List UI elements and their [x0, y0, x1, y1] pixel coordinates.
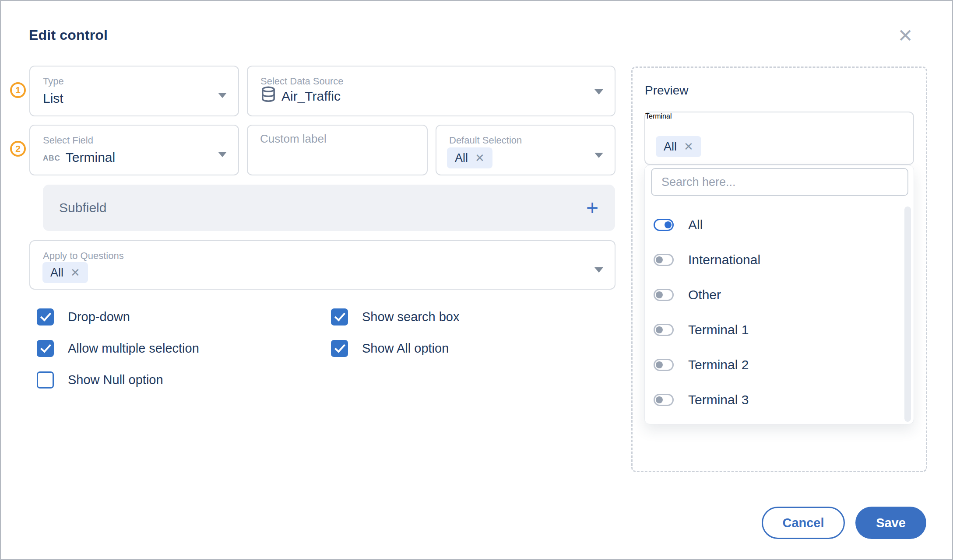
- chip-text: All: [50, 266, 63, 280]
- chip-remove-icon[interactable]: ✕: [475, 152, 485, 164]
- custom-label-field: [247, 125, 428, 175]
- preview-field-label: Terminal: [645, 112, 913, 120]
- search-input[interactable]: [651, 168, 908, 196]
- toggle-off-icon[interactable]: [654, 289, 674, 301]
- preview-terminal-dropdown[interactable]: Terminal All ✕: [644, 112, 914, 165]
- default-selection-chip: All ✕: [447, 147, 492, 168]
- checkbox-label: Drop-down: [68, 310, 130, 324]
- type-value: List: [43, 91, 63, 106]
- edit-control-dialog: Edit control ✕ 1 2 3 Type List Select Da…: [0, 0, 953, 560]
- checkbox-checked-icon: [331, 308, 348, 326]
- abc-text-type-icon: ABC: [43, 154, 60, 163]
- close-icon[interactable]: ✕: [894, 24, 917, 47]
- chip-text: All: [664, 140, 677, 154]
- checkbox-dropdown[interactable]: Drop-down: [37, 308, 130, 326]
- checkbox-checked-icon: [37, 340, 54, 357]
- chevron-down-icon: [594, 89, 603, 94]
- subfield-section: Subfield +: [43, 185, 615, 231]
- checkbox-checked-icon: [331, 340, 348, 357]
- option-terminal-1[interactable]: Terminal 1: [645, 312, 914, 347]
- chevron-down-icon: [594, 153, 603, 158]
- checkbox-unchecked-icon: [37, 371, 54, 388]
- dialog-title: Edit control: [29, 27, 108, 43]
- annotation-badge-2: 2: [10, 141, 26, 157]
- default-selection-label: Default Selection: [449, 135, 522, 146]
- option-terminal-2[interactable]: Terminal 2: [645, 347, 914, 382]
- type-select[interactable]: Type List: [29, 66, 239, 116]
- apply-to-questions-label: Apply to Questions: [43, 250, 124, 262]
- preview-panel: Preview Terminal All ✕ All International: [631, 66, 927, 472]
- data-source-value: Air_Traffic: [281, 89, 341, 104]
- apply-to-questions-chip: All ✕: [42, 262, 88, 283]
- checkbox-show-null-option[interactable]: Show Null option: [37, 371, 163, 388]
- preview-title: Preview: [645, 84, 689, 98]
- toggle-off-icon[interactable]: [654, 324, 674, 336]
- toggle-off-icon[interactable]: [654, 394, 674, 406]
- checkbox-label: Show All option: [362, 341, 449, 356]
- custom-label-input[interactable]: [248, 126, 427, 175]
- option-label: Terminal 1: [688, 322, 749, 337]
- option-label: International: [688, 252, 760, 267]
- subfield-label: Subfield: [59, 200, 106, 215]
- chevron-down-icon: [594, 267, 603, 273]
- data-source-label: Select Data Source: [260, 76, 344, 87]
- checkbox-label: Allow multiple selection: [68, 341, 199, 356]
- checkbox-show-all-option[interactable]: Show All option: [331, 340, 449, 357]
- chip-remove-icon[interactable]: ✕: [70, 267, 80, 278]
- chevron-down-icon: [218, 152, 227, 157]
- toggle-on-icon[interactable]: [654, 219, 674, 231]
- option-all[interactable]: All: [645, 207, 914, 242]
- default-selection-dropdown[interactable]: Default Selection All ✕: [436, 125, 615, 175]
- chip-remove-icon[interactable]: ✕: [684, 141, 693, 152]
- checkbox-allow-multiple-selection[interactable]: Allow multiple selection: [37, 340, 199, 357]
- option-international[interactable]: International: [645, 242, 914, 277]
- chip-text: All: [455, 151, 468, 165]
- annotation-badge-1: 1: [10, 82, 26, 98]
- preview-options-dropdown: All International Other Terminal 1 Termi…: [644, 165, 914, 424]
- type-label: Type: [43, 76, 64, 87]
- cancel-button[interactable]: Cancel: [762, 507, 845, 539]
- checkbox-label: Show Null option: [68, 373, 163, 387]
- select-field-value: Terminal: [66, 150, 115, 165]
- select-field-label: Select Field: [43, 135, 93, 146]
- database-icon: [260, 86, 276, 106]
- option-label: Other: [688, 287, 721, 302]
- add-subfield-button[interactable]: +: [586, 197, 598, 218]
- apply-to-questions-dropdown[interactable]: Apply to Questions All ✕: [29, 240, 615, 290]
- save-button[interactable]: Save: [855, 507, 926, 539]
- option-label: All: [688, 217, 703, 232]
- option-label: Terminal 2: [688, 357, 749, 372]
- chevron-down-icon: [218, 93, 227, 98]
- data-source-select[interactable]: Select Data Source Air_Traffic: [247, 66, 615, 116]
- option-terminal-3[interactable]: Terminal 3: [645, 382, 914, 417]
- option-other[interactable]: Other: [645, 277, 914, 312]
- checkbox-label: Show search box: [362, 310, 459, 324]
- options-scrollbar[interactable]: [904, 206, 911, 422]
- select-field-dropdown[interactable]: Select Field ABC Terminal: [29, 125, 239, 175]
- checkbox-checked-icon: [37, 308, 54, 326]
- checkbox-show-search-box[interactable]: Show search box: [331, 308, 459, 326]
- toggle-off-icon[interactable]: [654, 359, 674, 371]
- options-list: All International Other Terminal 1 Termi…: [645, 207, 914, 417]
- toggle-off-icon[interactable]: [654, 254, 674, 266]
- preview-selection-chip: All ✕: [656, 136, 701, 157]
- option-label: Terminal 3: [688, 392, 749, 407]
